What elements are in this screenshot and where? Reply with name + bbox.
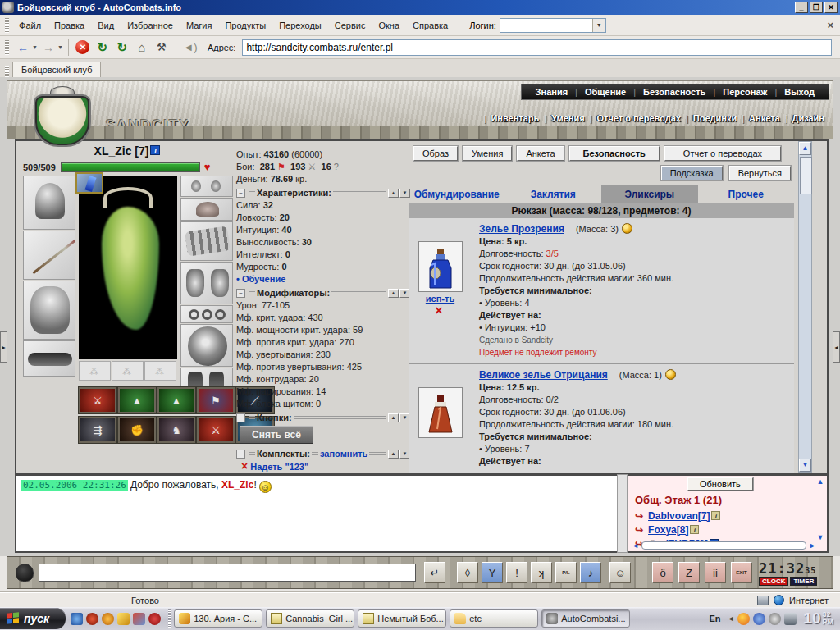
slot-magic-2[interactable]: ⁂ xyxy=(112,361,144,381)
refresh-users-button[interactable]: Обновить xyxy=(687,477,753,491)
item-name-link[interactable]: Зелье Прозрения xyxy=(479,223,564,235)
battle-icon-fist[interactable]: ✊ xyxy=(118,417,156,443)
tabbar-grip[interactable] xyxy=(5,66,9,77)
slot-weapon[interactable] xyxy=(23,231,75,280)
refresh-all-button[interactable]: ↻ xyxy=(113,39,131,57)
panel-scrollbar[interactable]: ▲ ▼ xyxy=(798,141,812,472)
left-panel-collapse-handle[interactable]: ► xyxy=(0,331,7,363)
slot-gloves[interactable] xyxy=(180,262,233,304)
battle-icon-defense-2[interactable]: ▲ xyxy=(158,387,195,413)
slot-shield[interactable] xyxy=(180,324,233,367)
menu-navigation[interactable]: Переходы xyxy=(272,18,328,33)
taskbar-button-winamp[interactable]: 130. Ария - С... xyxy=(174,609,262,628)
sound-button[interactable]: ◄) xyxy=(181,39,199,57)
delete-set-icon[interactable]: × xyxy=(241,459,248,472)
toolbar-grip[interactable] xyxy=(5,18,9,33)
scrollbar-thumb[interactable] xyxy=(800,157,812,194)
nav-character[interactable]: Персонаж xyxy=(715,87,774,97)
tab-security-button[interactable]: Безопасность xyxy=(569,146,660,161)
menu-magic[interactable]: Магия xyxy=(180,18,219,33)
address-input[interactable]: http://sandcity.combats.ru/enter.pl xyxy=(242,39,832,56)
clear-chat-button[interactable]: ◊ xyxy=(457,562,478,583)
nav-design[interactable]: Дизайн xyxy=(788,113,829,123)
pl-button[interactable]: P/L xyxy=(555,562,577,583)
users-scroll-up-icon[interactable]: ▲ xyxy=(815,477,825,486)
nav-duels[interactable]: Поединки xyxy=(688,113,742,123)
quicklaunch-blocked-icon[interactable] xyxy=(148,613,161,625)
players-button[interactable]: ii xyxy=(705,562,726,583)
battle-icon-attack[interactable]: ⚔ xyxy=(79,387,116,413)
battle-icon-figure[interactable]: ♞ xyxy=(158,417,195,443)
clock-mode-button[interactable]: CLOCK xyxy=(759,577,788,586)
tab-spells[interactable]: Заклятия xyxy=(505,185,602,203)
taskbar-button-folder[interactable]: etc xyxy=(450,609,538,628)
user-info-icon[interactable]: i xyxy=(690,525,699,534)
collapse-icon-3[interactable]: − xyxy=(236,413,245,422)
start-button[interactable]: пуск xyxy=(0,608,66,629)
wear-set-link[interactable]: Надеть "123" xyxy=(250,462,308,472)
item-image-red-bottle[interactable] xyxy=(418,387,463,438)
slot-earrings[interactable] xyxy=(180,176,233,197)
tab-elixirs[interactable]: Эликсиры xyxy=(601,185,698,203)
filter-button[interactable]: Y xyxy=(482,562,503,583)
tray-smiley-icon[interactable] xyxy=(737,613,750,625)
toolbar-grip-2[interactable] xyxy=(5,40,9,55)
tab-skills-button[interactable]: Умения xyxy=(463,146,512,161)
private-chat-icon[interactable] xyxy=(16,564,34,582)
back-dropdown-icon[interactable]: ▼ xyxy=(32,44,38,50)
battle-icon-sword-red[interactable]: ⚔ xyxy=(197,417,235,443)
battle-icon-banner[interactable]: ⚑ xyxy=(197,387,235,413)
menu-products[interactable]: Продукты xyxy=(218,18,272,33)
tray-monitor-icon[interactable] xyxy=(784,613,797,625)
drop-item-icon[interactable]: × xyxy=(435,304,442,317)
restore-button[interactable]: ❐ xyxy=(810,2,823,13)
scroll-down-icon[interactable]: ▼ xyxy=(799,459,811,472)
move-up-icon[interactable]: ▲ xyxy=(388,189,399,198)
slot-magic-1[interactable]: ⁂ xyxy=(79,361,111,381)
tray-clock-icon[interactable] xyxy=(769,613,781,625)
nav-knowledge[interactable]: Знания xyxy=(528,87,575,97)
timer-mode-button[interactable]: TIMER xyxy=(790,577,817,586)
menubar-close-icon[interactable]: × xyxy=(827,19,833,31)
collapse-icon-4[interactable]: − xyxy=(236,450,245,459)
tab-image-button[interactable]: Образ xyxy=(413,146,458,161)
money-info-button[interactable]: ö xyxy=(652,562,673,583)
chatlog-scrollbar[interactable] xyxy=(617,474,628,553)
combobox-dropdown-icon[interactable]: ▼ xyxy=(592,19,605,32)
quicklaunch-mediaplayer-icon[interactable] xyxy=(133,613,145,625)
chat-input[interactable] xyxy=(39,564,416,582)
users-scroll-down-icon[interactable]: ▼ xyxy=(815,533,825,541)
users-scrollbar[interactable]: ▲ ▼ xyxy=(815,477,825,541)
stop-button[interactable]: ✕ xyxy=(74,39,92,57)
slot-magic-3[interactable]: ⁂ xyxy=(144,361,176,381)
forward-button[interactable]: → xyxy=(39,39,57,57)
menu-edit[interactable]: Правка xyxy=(48,18,91,33)
tray-messenger-icon[interactable] xyxy=(753,613,765,625)
page-tab[interactable]: Бойцовский клуб xyxy=(12,62,101,77)
move-up-icon-3[interactable]: ▲ xyxy=(388,413,399,422)
nav-inventory[interactable]: Инвентарь xyxy=(486,113,544,123)
nav-exit[interactable]: Выход xyxy=(777,87,822,97)
users-scroll-left-icon[interactable]: ◄ xyxy=(632,541,639,550)
sound-toggle-button[interactable]: ♪ xyxy=(580,562,601,583)
remember-set-link[interactable]: запомнить xyxy=(320,449,368,459)
home-button[interactable]: ⌂ xyxy=(133,39,151,57)
taskbar-button-notepad-1[interactable]: Cannabis_Girl ... xyxy=(266,609,354,628)
nav-skills[interactable]: Умения xyxy=(546,113,589,123)
slot-armor[interactable] xyxy=(23,281,75,340)
alerts-button[interactable]: ! xyxy=(506,562,527,583)
taskbar-button-notepad-2[interactable]: Немытый Боб... xyxy=(358,609,446,628)
slot-amulet[interactable] xyxy=(180,198,233,221)
return-button[interactable]: Вернуться xyxy=(729,166,791,180)
language-indicator[interactable]: En xyxy=(705,614,724,623)
tab-other[interactable]: Прочее xyxy=(698,185,795,203)
menu-file[interactable]: Файл xyxy=(12,18,48,33)
scroll-up-icon[interactable]: ▲ xyxy=(799,142,811,155)
collapse-icon-2[interactable]: − xyxy=(236,289,245,298)
tab-equipment[interactable]: Обмундирование xyxy=(409,185,505,203)
nav-security[interactable]: Безопасность xyxy=(636,87,713,97)
menu-help[interactable]: Справка xyxy=(406,18,454,33)
taskbar-button-autocombats[interactable]: AutoCombatsi... xyxy=(541,609,630,628)
smiles-button[interactable]: ☺ xyxy=(609,562,631,583)
activity-button[interactable]: ʞ xyxy=(531,562,552,583)
